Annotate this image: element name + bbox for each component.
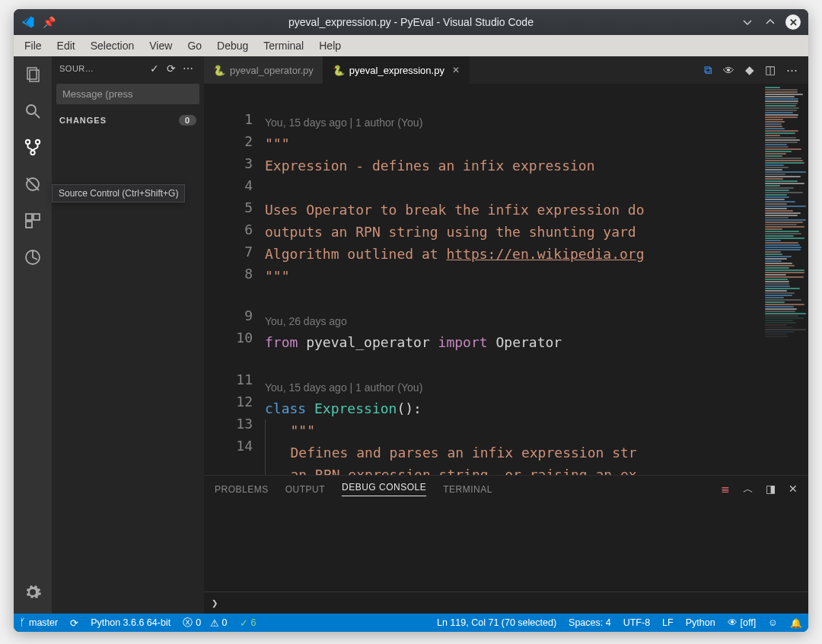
preview-status[interactable]: 👁[off] (722, 617, 763, 628)
problems-status[interactable]: ⓧ0 ⚠0 (177, 614, 233, 632)
search-icon[interactable] (22, 100, 43, 122)
menu-go[interactable]: Go (181, 38, 208, 53)
tab-pyeval-expression[interactable]: 🐍 pyeval_expression.py ✕ (323, 56, 470, 84)
menu-selection[interactable]: Selection (84, 38, 141, 53)
gitlens-icon[interactable] (22, 247, 43, 268)
panel-tab-debug-console[interactable]: DEBUG CONSOLE (342, 482, 426, 496)
python-interpreter[interactable]: Python 3.6.6 64-bit (84, 614, 177, 632)
eol-status[interactable]: LF (656, 617, 680, 628)
svg-point-4 (26, 140, 30, 144)
svg-line-3 (35, 113, 40, 118)
menu-terminal[interactable]: Terminal (257, 38, 310, 53)
code-lens[interactable]: You, 26 days ago (265, 315, 347, 327)
panel-tab-problems[interactable]: PROBLEMS (215, 484, 269, 495)
source-control-icon[interactable] (22, 137, 43, 158)
compare-changes-icon[interactable]: ⧉ (704, 63, 712, 77)
line-number-gutter: 12345678 910 11121314 (204, 84, 265, 475)
svg-point-2 (27, 105, 36, 114)
editor-tabs: 🐍 pyeval_operator.py 🐍 pyeval_expression… (204, 56, 808, 84)
maximize-panel-icon[interactable]: ◨ (766, 483, 776, 496)
svg-point-5 (36, 140, 40, 144)
settings-gear-icon[interactable] (22, 582, 43, 603)
commit-message-input[interactable]: Message (press (56, 84, 199, 104)
menu-view[interactable]: View (143, 38, 178, 53)
extensions-icon[interactable] (22, 210, 43, 231)
window-title: pyeval_expression.py - PyEval - Visual S… (14, 16, 808, 28)
encoding-status[interactable]: UTF-8 (617, 617, 656, 628)
code-content[interactable]: You, 15 days ago | 1 author (You) """ Ex… (265, 84, 763, 475)
code-lens[interactable]: You, 15 days ago | 1 author (You) (265, 381, 422, 394)
activity-tooltip: Source Control (Ctrl+Shift+G) (52, 184, 185, 202)
language-status[interactable]: Python (680, 617, 722, 628)
python-file-icon: 🐍 (333, 65, 345, 76)
feedback-icon[interactable]: ☺ (762, 617, 784, 628)
activity-bar: Source Control (Ctrl+Shift+G) (14, 56, 52, 614)
minimize-button[interactable] (740, 14, 755, 30)
close-tab-icon[interactable]: ✕ (452, 65, 460, 75)
refresh-icon[interactable]: ⟳ (163, 62, 180, 75)
panel-tab-terminal[interactable]: TERMINAL (443, 484, 492, 495)
maximize-button[interactable] (763, 14, 778, 30)
changes-count-badge: 0 (179, 115, 196, 126)
titlebar: 📌 pyeval_expression.py - PyEval - Visual… (14, 9, 808, 35)
commit-icon[interactable]: ✓ (146, 62, 163, 75)
warning-icon: ⚠ (210, 617, 219, 629)
close-button[interactable]: ✕ (785, 14, 801, 30)
notifications-icon[interactable]: 🔔 (784, 617, 808, 629)
minimap[interactable] (763, 84, 808, 475)
menu-debug[interactable]: Debug (211, 38, 254, 53)
vscode-logo-icon (21, 15, 35, 29)
tab-label: pyeval_operator.py (230, 65, 314, 76)
collapse-panel-icon[interactable]: ︿ (743, 483, 754, 496)
svg-point-6 (30, 151, 34, 155)
status-bar: ᚶmaster ⟳ Python 3.6.6 64-bit ⓧ0 ⚠0 ✓ 6 … (14, 614, 808, 632)
split-editor-icon[interactable]: ◫ (765, 63, 776, 77)
panel-tab-output[interactable]: OUTPUT (285, 484, 325, 495)
sync-icon: ⟳ (70, 617, 78, 629)
clear-console-icon[interactable]: ≣ (721, 483, 731, 496)
menu-help[interactable]: Help (313, 38, 347, 53)
sidebar-title: SOUR… (59, 64, 146, 73)
indentation-status[interactable]: Spaces: 4 (562, 617, 617, 628)
cursor-position[interactable]: Ln 119, Col 71 (70 selected) (431, 617, 562, 628)
debug-icon[interactable] (22, 174, 43, 195)
code-lens[interactable]: You, 15 days ago | 1 author (You) (265, 116, 422, 129)
more-icon[interactable]: ⋯ (180, 62, 196, 75)
explorer-icon[interactable] (22, 64, 43, 85)
svg-rect-11 (26, 222, 32, 228)
sync-button[interactable]: ⟳ (64, 614, 84, 632)
changes-section-label[interactable]: CHANGES (59, 116, 107, 125)
python-file-icon: 🐍 (213, 65, 225, 76)
svg-rect-10 (33, 214, 40, 220)
menu-file[interactable]: File (18, 38, 48, 53)
tab-pyeval-operator[interactable]: 🐍 pyeval_operator.py (204, 56, 323, 84)
sidebar: SOUR… ✓ ⟳ ⋯ Message (press CHANGES 0 (52, 56, 204, 614)
menu-edit[interactable]: Edit (51, 38, 81, 53)
eye-icon: 👁 (728, 617, 738, 628)
svg-rect-9 (26, 214, 32, 220)
menubar: File Edit Selection View Go Debug Termin… (14, 35, 808, 56)
pin-icon[interactable]: 📌 (43, 16, 56, 28)
bottom-panel: PROBLEMS OUTPUT DEBUG CONSOLE TERMINAL ≣… (204, 475, 808, 614)
debug-console-input[interactable]: ❯ (204, 591, 808, 614)
toggle-file-blame-icon[interactable]: 👁 (723, 64, 734, 77)
git-branch[interactable]: ᚶmaster (14, 614, 64, 632)
branch-icon: ᚶ (20, 617, 26, 628)
checks-status[interactable]: ✓ 6 (234, 614, 263, 632)
tab-label: pyeval_expression.py (349, 65, 444, 76)
open-changes-icon[interactable]: ◆ (745, 63, 754, 77)
code-editor[interactable]: 12345678 910 11121314 You, 15 days ago |… (204, 84, 808, 475)
close-panel-icon[interactable]: ✕ (789, 483, 798, 496)
more-actions-icon[interactable]: ⋯ (786, 63, 798, 77)
error-icon: ⓧ (183, 617, 193, 630)
